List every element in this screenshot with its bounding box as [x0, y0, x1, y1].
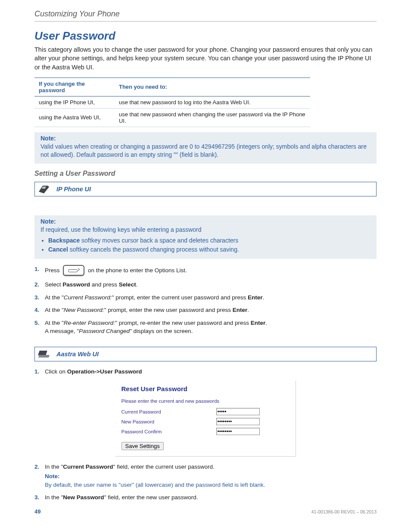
current-password-label: Current Password [121, 409, 216, 414]
ip-phone-ui-label: IP Phone UI [56, 186, 91, 193]
table-header: Then you need to: [115, 78, 310, 96]
step-number: 5. [34, 319, 41, 336]
table-row: using the IP Phone UI, use that new pass… [34, 96, 310, 108]
table-header: If you change the password [34, 78, 115, 96]
ip-phone-ui-bar: IP Phone UI [34, 182, 377, 196]
divider [34, 21, 377, 22]
step-text: At the "Re-enter Password:" prompt, re-e… [45, 319, 377, 336]
doc-id: 41-001386-00 REV01 – 06.2013 [311, 509, 377, 514]
inline-note-text: By default, the user name is "user" (all… [45, 481, 377, 489]
ip-steps: 1.Press on the phone to enter the Option… [34, 265, 377, 336]
table-cell: use that new password to log into the Aa… [115, 96, 310, 108]
step-text: In the "Current Password" field, enter t… [45, 463, 377, 489]
step-item: 3.At the "Current Password:" prompt, ent… [34, 293, 377, 302]
note-title: Note: [40, 218, 371, 225]
step-item: 2.In the "Current Password" field, enter… [34, 463, 377, 489]
note-text: If required, use the following keys whil… [40, 226, 371, 234]
current-password-input[interactable] [216, 408, 260, 415]
reset-password-screenshot: Reset User Password Please enter the cur… [115, 381, 296, 457]
step-item: 1. Click on Operation->User Password [34, 367, 377, 376]
step-number: 1. [34, 265, 41, 276]
step-item: 5.At the "Re-enter Password:" prompt, re… [34, 319, 377, 336]
step-text: Press on the phone to enter the Options … [45, 265, 377, 276]
note-bullet: Backspace softkey moves cursor back a sp… [48, 236, 371, 246]
screenshot-subtitle: Please enter the current and new passwor… [121, 398, 290, 404]
password-confirm-input[interactable] [216, 428, 260, 435]
field-row: New Password [121, 418, 290, 425]
page-number: 49 [34, 508, 40, 515]
breadcrumb: Customizing Your Phone [34, 9, 377, 19]
intro-text: This category allows you to change the u… [34, 45, 377, 72]
field-row: Password Confirm [121, 428, 290, 435]
step-text: Select Password and press Select. [45, 280, 377, 289]
step-number: 2. [34, 463, 41, 489]
computer-icon [37, 349, 50, 359]
note-box: Note: Valid values when creating or chan… [34, 132, 377, 164]
note-bullet: Cancel softkey cancels the password chan… [48, 245, 371, 255]
table-cell: using the IP Phone UI, [34, 96, 115, 108]
note-title: Note: [40, 135, 371, 142]
step-text: At the "New Password:" prompt, enter the… [45, 306, 377, 314]
step-text: Click on Operation->User Password [45, 367, 377, 376]
step-item: 1.Press on the phone to enter the Option… [34, 265, 377, 276]
password-table: If you change the password Then you need… [34, 78, 310, 127]
field-row: Current Password [121, 408, 290, 415]
new-password-input[interactable] [216, 418, 260, 425]
step-number: 3. [34, 293, 41, 302]
web-steps-pre: 1. Click on Operation->User Password [34, 367, 377, 376]
step-number: 1. [34, 367, 41, 376]
step-number: 2. [34, 280, 41, 289]
screenshot-title: Reset User Password [121, 385, 290, 392]
page-title: User Password [34, 29, 377, 43]
options-key-icon [63, 265, 84, 276]
new-password-label: New Password [121, 419, 216, 424]
aastra-web-ui-bar: Aastra Web UI [34, 347, 377, 361]
aastra-web-ui-label: Aastra Web UI [56, 351, 99, 358]
table-cell: use that new password when changing the … [115, 108, 310, 127]
step-text: In the "New Password" field, enter the n… [45, 493, 377, 502]
phone-icon [37, 184, 50, 194]
step-item: 2.Select Password and press Select. [34, 280, 377, 289]
page-footer: 49 41-001386-00 REV01 – 06.2013 [34, 508, 377, 515]
table-row: using the Aastra Web UI, use that new pa… [34, 108, 310, 127]
password-confirm-label: Password Confirm [121, 429, 216, 434]
inline-note-title: Note: [45, 472, 377, 481]
web-steps-post: 2.In the "Current Password" field, enter… [34, 463, 377, 501]
step-text: At the "Current Password:" prompt, enter… [45, 293, 377, 302]
table-cell: using the Aastra Web UI, [34, 108, 115, 127]
step-number: 4. [34, 306, 41, 314]
step-item: 3.In the "New Password" field, enter the… [34, 493, 377, 502]
note-text: Valid values when creating or changing a… [40, 143, 371, 159]
step-number: 3. [34, 493, 41, 502]
note-bullets: Backspace softkey moves cursor back a sp… [40, 236, 371, 255]
section-heading: Setting a User Password [34, 170, 377, 177]
note-box: Note: If required, use the following key… [34, 215, 377, 259]
step-item: 4.At the "New Password:" prompt, enter t… [34, 306, 377, 314]
save-settings-button[interactable]: Save Settings [121, 442, 164, 450]
